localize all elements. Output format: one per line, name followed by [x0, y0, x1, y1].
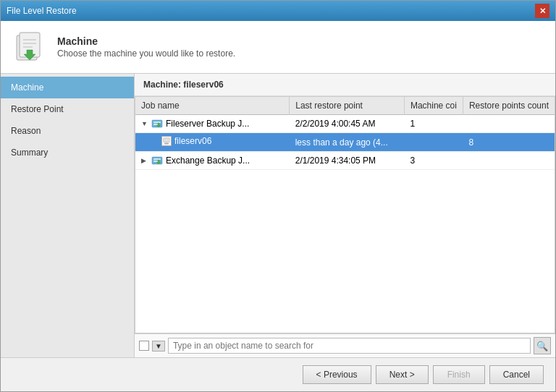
header-text: Machine Choose the machine you would lik…	[57, 35, 235, 59]
previous-button[interactable]: < Previous	[303, 365, 371, 384]
right-panel: Machine: fileserv06 Job name Last restor…	[135, 74, 555, 357]
col-last-restore: Last restore point	[290, 97, 405, 115]
header-description: Choose the machine you would like to res…	[57, 48, 235, 59]
vm-icon	[161, 136, 172, 146]
table-row[interactable]: ▼ Fileserver Backup J...	[135, 115, 555, 133]
job-name-cell: ▶ Exchange Backup J...	[135, 152, 290, 170]
sidebar-item-reason[interactable]: Reason	[1, 120, 134, 142]
title-bar: File Level Restore ✕	[1, 1, 555, 21]
header: Machine Choose the machine you would lik…	[1, 21, 555, 74]
footer: < Previous Next > Finish Cancel	[1, 357, 555, 391]
main-body: Machine Restore Point Reason Summary Mac…	[1, 74, 555, 357]
svg-rect-7	[153, 122, 161, 123]
col-machine-count: Machine coi	[404, 97, 463, 115]
table-header-row: Job name Last restore point Machine coi …	[135, 97, 555, 115]
search-dropdown-button[interactable]: ▼	[152, 341, 165, 351]
search-input[interactable]	[168, 338, 531, 354]
search-icon-button[interactable]: 🔍	[534, 337, 551, 354]
sidebar-item-machine[interactable]: Machine	[1, 77, 134, 98]
close-button[interactable]: ✕	[535, 4, 549, 18]
search-icon: 🔍	[536, 341, 548, 351]
search-checkbox[interactable]	[139, 341, 149, 351]
job-name-cell: ▼ Fileserver Backup J...	[135, 115, 290, 133]
cancel-button[interactable]: Cancel	[489, 365, 544, 384]
machines-table: Job name Last restore point Machine coi …	[135, 97, 555, 170]
sidebar-item-restore-point[interactable]: Restore Point	[1, 98, 134, 120]
window-title: File Level Restore	[7, 6, 77, 16]
job-icon	[151, 118, 163, 129]
header-title: Machine	[57, 35, 235, 47]
finish-button[interactable]: Finish	[433, 365, 485, 384]
header-icon	[12, 30, 47, 64]
job-icon	[151, 155, 163, 166]
sidebar: Machine Restore Point Reason Summary	[1, 74, 135, 357]
search-bar: ▼ 🔍	[135, 333, 555, 357]
table-row[interactable]: ▶ Exchange Backup J...	[135, 152, 555, 170]
next-button[interactable]: Next >	[376, 365, 429, 384]
machine-name-cell: fileserv06	[135, 133, 290, 152]
svg-rect-14	[153, 158, 161, 160]
table-container: Job name Last restore point Machine coi …	[135, 96, 555, 333]
selected-machine-name: fileserv06	[183, 80, 223, 90]
table-row[interactable]: fileserv06 less than a day ago (4... 8	[135, 133, 555, 152]
content-area: Machine Choose the machine you would lik…	[1, 21, 555, 391]
col-job-name: Job name	[135, 97, 290, 115]
svg-rect-10	[164, 138, 170, 142]
col-restore-count: Restore points count	[463, 97, 555, 115]
expand-icon[interactable]: ▶	[141, 157, 151, 164]
sidebar-item-summary[interactable]: Summary	[1, 142, 134, 163]
expand-icon[interactable]: ▼	[141, 120, 151, 127]
machine-label: Machine: fileserv06	[135, 74, 555, 96]
dialog-window: File Level Restore ✕ Machine	[0, 0, 556, 392]
svg-rect-12	[164, 143, 169, 144]
